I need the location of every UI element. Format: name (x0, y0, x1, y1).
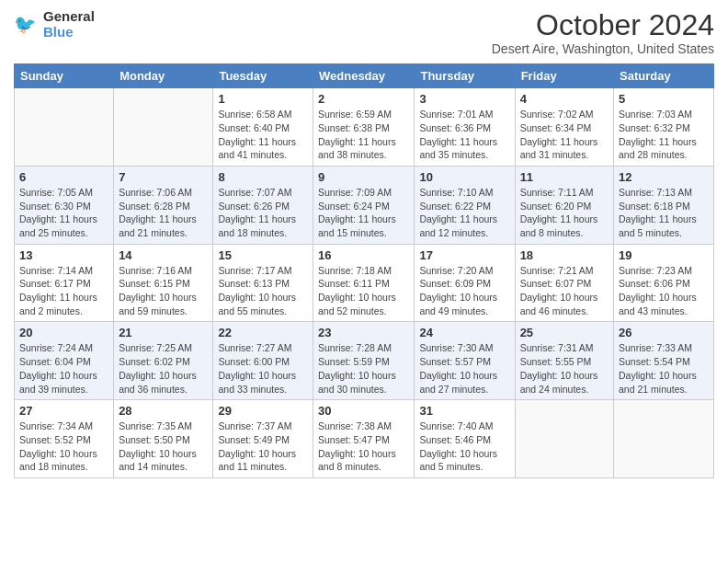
day-number: 15 (218, 248, 308, 262)
day-number: 22 (218, 326, 308, 339)
day-info: Sunrise: 7:02 AM Sunset: 6:34 PM Dayligh… (520, 108, 609, 162)
day-info: Sunrise: 7:05 AM Sunset: 6:30 PM Dayligh… (19, 186, 108, 240)
month-title: October 2024 (492, 9, 714, 41)
calendar-cell: 8Sunrise: 7:07 AM Sunset: 6:26 PM Daylig… (213, 166, 313, 244)
day-info: Sunrise: 7:28 AM Sunset: 5:59 PM Dayligh… (318, 341, 409, 396)
calendar-cell: 25Sunrise: 7:31 AM Sunset: 5:55 PM Dayli… (515, 322, 613, 400)
day-number: 11 (520, 170, 609, 184)
calendar-cell: 24Sunrise: 7:30 AM Sunset: 5:57 PM Dayli… (415, 322, 515, 400)
day-info: Sunrise: 7:24 AM Sunset: 6:04 PM Dayligh… (19, 341, 108, 396)
calendar-cell (515, 400, 613, 478)
day-number: 23 (318, 326, 409, 339)
calendar-cell: 26Sunrise: 7:33 AM Sunset: 5:54 PM Dayli… (614, 322, 714, 400)
day-number: 14 (119, 248, 208, 262)
header: 🐦 General Blue October 2024 Desert Aire,… (14, 9, 714, 56)
calendar-cell: 3Sunrise: 7:01 AM Sunset: 6:36 PM Daylig… (415, 88, 515, 167)
col-saturday: Saturday (614, 64, 714, 88)
day-number: 16 (318, 248, 409, 262)
day-info: Sunrise: 7:07 AM Sunset: 6:26 PM Dayligh… (218, 186, 308, 240)
col-friday: Friday (515, 64, 613, 88)
calendar-cell (15, 88, 114, 167)
day-info: Sunrise: 7:01 AM Sunset: 6:36 PM Dayligh… (419, 108, 509, 162)
calendar-cell: 22Sunrise: 7:27 AM Sunset: 6:00 PM Dayli… (213, 322, 313, 400)
day-info: Sunrise: 7:33 AM Sunset: 5:54 PM Dayligh… (619, 341, 709, 396)
day-number: 13 (19, 248, 108, 262)
day-number: 5 (619, 92, 709, 106)
calendar-week-1: 1Sunrise: 6:58 AM Sunset: 6:40 PM Daylig… (15, 88, 714, 167)
calendar-cell: 31Sunrise: 7:40 AM Sunset: 5:46 PM Dayli… (415, 400, 515, 478)
calendar-week-5: 27Sunrise: 7:34 AM Sunset: 5:52 PM Dayli… (15, 400, 714, 478)
day-info: Sunrise: 7:31 AM Sunset: 5:55 PM Dayligh… (520, 341, 609, 396)
calendar-cell: 19Sunrise: 7:23 AM Sunset: 6:06 PM Dayli… (614, 244, 714, 322)
location-subtitle: Desert Aire, Washington, United States (492, 41, 714, 56)
calendar-cell: 2Sunrise: 6:59 AM Sunset: 6:38 PM Daylig… (313, 88, 415, 167)
col-sunday: Sunday (15, 64, 114, 88)
day-info: Sunrise: 7:23 AM Sunset: 6:06 PM Dayligh… (619, 264, 709, 318)
logo: 🐦 General Blue (14, 9, 95, 40)
calendar-cell: 28Sunrise: 7:35 AM Sunset: 5:50 PM Dayli… (114, 400, 213, 478)
day-number: 4 (520, 92, 609, 106)
calendar-table: Sunday Monday Tuesday Wednesday Thursday… (14, 63, 714, 478)
calendar-cell: 29Sunrise: 7:37 AM Sunset: 5:49 PM Dayli… (213, 400, 313, 478)
calendar-week-3: 13Sunrise: 7:14 AM Sunset: 6:17 PM Dayli… (15, 244, 714, 322)
calendar-cell: 17Sunrise: 7:20 AM Sunset: 6:09 PM Dayli… (415, 244, 515, 322)
day-number: 3 (419, 92, 509, 106)
calendar-cell: 7Sunrise: 7:06 AM Sunset: 6:28 PM Daylig… (114, 166, 213, 244)
day-number: 12 (619, 170, 709, 184)
day-number: 2 (318, 92, 409, 106)
calendar-cell: 18Sunrise: 7:21 AM Sunset: 6:07 PM Dayli… (515, 244, 613, 322)
day-info: Sunrise: 7:11 AM Sunset: 6:20 PM Dayligh… (520, 186, 609, 240)
day-info: Sunrise: 7:14 AM Sunset: 6:17 PM Dayligh… (19, 264, 108, 318)
day-info: Sunrise: 7:10 AM Sunset: 6:22 PM Dayligh… (419, 186, 509, 240)
day-number: 1 (218, 92, 308, 106)
day-number: 8 (218, 170, 308, 184)
day-number: 6 (19, 170, 108, 184)
day-number: 30 (318, 404, 409, 418)
day-info: Sunrise: 7:25 AM Sunset: 6:02 PM Dayligh… (119, 341, 208, 396)
calendar-cell: 23Sunrise: 7:28 AM Sunset: 5:59 PM Dayli… (313, 322, 415, 400)
title-area: October 2024 Desert Aire, Washington, Un… (492, 9, 714, 56)
calendar-cell: 16Sunrise: 7:18 AM Sunset: 6:11 PM Dayli… (313, 244, 415, 322)
col-monday: Monday (114, 64, 213, 88)
calendar-cell: 14Sunrise: 7:16 AM Sunset: 6:15 PM Dayli… (114, 244, 213, 322)
day-info: Sunrise: 7:35 AM Sunset: 5:50 PM Dayligh… (119, 419, 208, 474)
calendar-header-row: Sunday Monday Tuesday Wednesday Thursday… (15, 64, 714, 88)
day-info: Sunrise: 7:30 AM Sunset: 5:57 PM Dayligh… (419, 341, 509, 396)
calendar-cell: 6Sunrise: 7:05 AM Sunset: 6:30 PM Daylig… (15, 166, 114, 244)
day-info: Sunrise: 7:21 AM Sunset: 6:07 PM Dayligh… (520, 264, 609, 318)
logo-icon: 🐦 (14, 12, 40, 38)
calendar-week-4: 20Sunrise: 7:24 AM Sunset: 6:04 PM Dayli… (15, 322, 714, 400)
day-number: 9 (318, 170, 409, 184)
calendar-cell: 27Sunrise: 7:34 AM Sunset: 5:52 PM Dayli… (15, 400, 114, 478)
calendar-cell: 20Sunrise: 7:24 AM Sunset: 6:04 PM Dayli… (15, 322, 114, 400)
calendar-week-2: 6Sunrise: 7:05 AM Sunset: 6:30 PM Daylig… (15, 166, 714, 244)
day-number: 7 (119, 170, 208, 184)
calendar-cell: 13Sunrise: 7:14 AM Sunset: 6:17 PM Dayli… (15, 244, 114, 322)
day-number: 27 (19, 404, 108, 418)
calendar-cell: 30Sunrise: 7:38 AM Sunset: 5:47 PM Dayli… (313, 400, 415, 478)
day-info: Sunrise: 7:20 AM Sunset: 6:09 PM Dayligh… (419, 264, 509, 318)
day-info: Sunrise: 7:27 AM Sunset: 6:00 PM Dayligh… (218, 341, 308, 396)
page: 🐦 General Blue October 2024 Desert Aire,… (0, 0, 728, 563)
day-info: Sunrise: 7:06 AM Sunset: 6:28 PM Dayligh… (119, 186, 208, 240)
col-thursday: Thursday (415, 64, 515, 88)
calendar-cell: 1Sunrise: 6:58 AM Sunset: 6:40 PM Daylig… (213, 88, 313, 167)
calendar-cell: 15Sunrise: 7:17 AM Sunset: 6:13 PM Dayli… (213, 244, 313, 322)
day-info: Sunrise: 6:58 AM Sunset: 6:40 PM Dayligh… (218, 108, 308, 162)
calendar-cell: 11Sunrise: 7:11 AM Sunset: 6:20 PM Dayli… (515, 166, 613, 244)
day-info: Sunrise: 7:18 AM Sunset: 6:11 PM Dayligh… (318, 264, 409, 318)
day-info: Sunrise: 6:59 AM Sunset: 6:38 PM Dayligh… (318, 108, 409, 162)
day-number: 20 (19, 326, 108, 339)
day-number: 29 (218, 404, 308, 418)
day-info: Sunrise: 7:38 AM Sunset: 5:47 PM Dayligh… (318, 419, 409, 474)
day-number: 28 (119, 404, 208, 418)
calendar-cell: 9Sunrise: 7:09 AM Sunset: 6:24 PM Daylig… (313, 166, 415, 244)
day-info: Sunrise: 7:03 AM Sunset: 6:32 PM Dayligh… (619, 108, 709, 162)
logo-text: General Blue (43, 9, 95, 40)
day-number: 17 (419, 248, 509, 262)
calendar-cell (614, 400, 714, 478)
calendar-cell (114, 88, 213, 167)
day-info: Sunrise: 7:16 AM Sunset: 6:15 PM Dayligh… (119, 264, 208, 318)
day-info: Sunrise: 7:40 AM Sunset: 5:46 PM Dayligh… (419, 419, 509, 474)
col-tuesday: Tuesday (213, 64, 313, 88)
